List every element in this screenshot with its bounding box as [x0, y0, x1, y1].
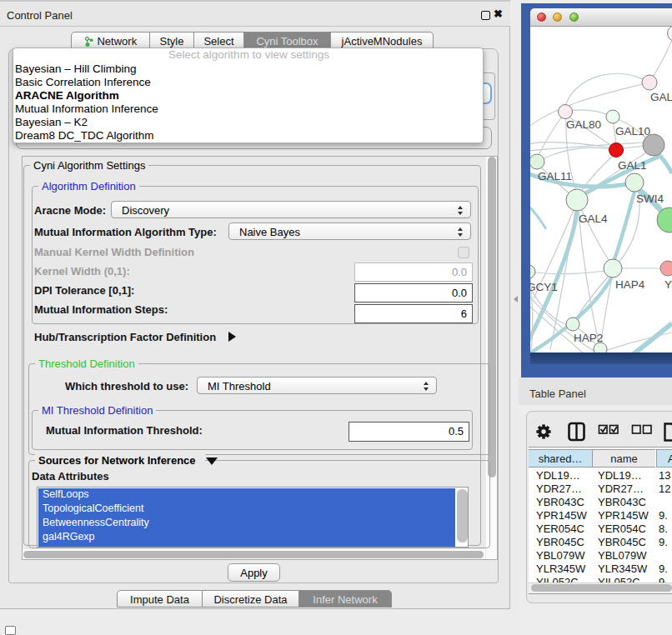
- svg-text:YEL: YEL: [664, 278, 672, 291]
- svg-text:GAL80: GAL80: [566, 118, 601, 131]
- svg-text:GAL4: GAL4: [579, 212, 608, 225]
- svg-text:HAP4: HAP4: [615, 278, 645, 291]
- svg-text:GAL11: GAL11: [538, 170, 572, 182]
- svg-text:GAL10: GAL10: [615, 125, 650, 138]
- svg-text:SWI4: SWI4: [636, 192, 664, 205]
- svg-text:GAL2: GAL2: [650, 91, 672, 103]
- svg-text:GCY1: GCY1: [530, 281, 558, 293]
- svg-text:HAP2: HAP2: [574, 332, 603, 344]
- svg-text:GAL1: GAL1: [618, 159, 647, 172]
